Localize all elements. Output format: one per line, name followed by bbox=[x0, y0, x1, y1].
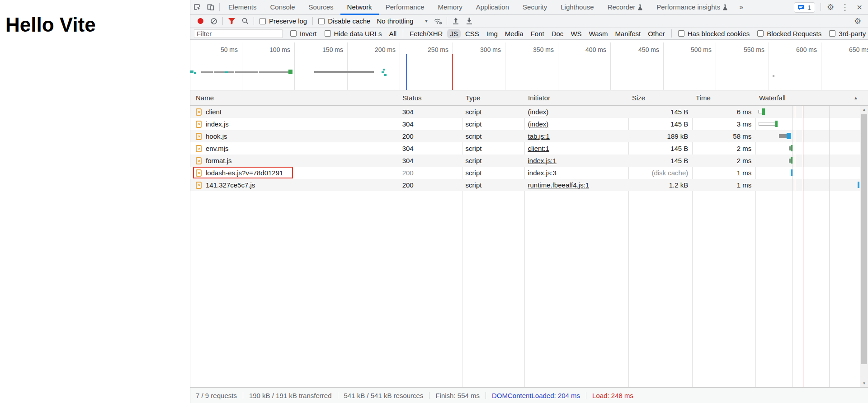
invert-checkbox[interactable] bbox=[290, 30, 297, 37]
tab-console[interactable]: Console bbox=[264, 0, 302, 15]
tab-application[interactable]: Application bbox=[469, 0, 516, 15]
network-status-bar: 7 / 9 requests 190 kB / 191 kB transferr… bbox=[190, 387, 868, 403]
blocked-requests-filter: Blocked Requests bbox=[757, 30, 821, 37]
sort-ascending-icon[interactable]: ▲ bbox=[854, 95, 858, 100]
table-row-141js[interactable]: 141.327ce5c7.js 200 script runtime.fbeea… bbox=[190, 179, 868, 191]
has-blocked-cookies-checkbox[interactable] bbox=[678, 30, 684, 37]
type-filter-css[interactable]: CSS bbox=[462, 29, 482, 38]
request-time: 1 ms bbox=[692, 167, 755, 179]
request-name: lodash-es.js?v=78d01291 bbox=[206, 167, 283, 179]
initiator-link[interactable]: index.js:3 bbox=[528, 169, 557, 177]
type-filter-wasm[interactable]: Wasm bbox=[586, 29, 611, 38]
more-tabs-icon[interactable]: » bbox=[735, 3, 748, 11]
third-party-filter: 3rd-party requests bbox=[829, 30, 868, 37]
scroll-up-icon[interactable]: ▲ bbox=[860, 106, 868, 113]
type-filter-img[interactable]: Img bbox=[484, 29, 500, 38]
tab-recorder[interactable]: Recorder bbox=[601, 0, 650, 15]
table-row-formatjs[interactable]: format.js 304 script index.js:1 145 B 2 … bbox=[190, 155, 868, 167]
kebab-menu-icon[interactable]: ⋮ bbox=[838, 1, 852, 13]
filter-input[interactable] bbox=[194, 29, 283, 38]
column-header-size[interactable]: Size bbox=[628, 94, 692, 102]
table-row-envmjs[interactable]: env.mjs 304 script client:1 145 B 2 ms bbox=[190, 142, 868, 155]
request-status: 304 bbox=[399, 142, 462, 155]
devtools-panel: Elements Console Sources Network Perform… bbox=[190, 0, 868, 403]
clear-icon[interactable] bbox=[207, 15, 221, 27]
column-header-status[interactable]: Status bbox=[399, 94, 462, 102]
toggle-device-toolbar-icon[interactable] bbox=[204, 1, 217, 13]
table-row-lodash-es[interactable]: lodash-es.js?v=78d01291 200 script index… bbox=[190, 167, 868, 179]
tab-performance[interactable]: Performance bbox=[379, 0, 431, 15]
search-icon[interactable] bbox=[238, 15, 252, 27]
initiator-link[interactable]: runtime.fbeeaff4.js:1 bbox=[528, 181, 590, 189]
tab-security[interactable]: Security bbox=[516, 0, 554, 15]
close-icon[interactable]: × bbox=[853, 1, 866, 13]
invert-filter: Invert bbox=[290, 30, 317, 37]
table-row-hookjs[interactable]: hook.js 200 script tab.js:1 189 kB 58 ms bbox=[190, 130, 868, 142]
table-row-indexjs[interactable]: index.js 304 script (index) 145 B 3 ms bbox=[190, 118, 868, 130]
import-har-icon[interactable] bbox=[449, 15, 462, 27]
requests-count: 7 / 9 requests bbox=[196, 392, 237, 399]
tab-sources[interactable]: Sources bbox=[302, 0, 340, 15]
type-filter-ws[interactable]: WS bbox=[568, 29, 584, 38]
blocked-requests-checkbox[interactable] bbox=[757, 30, 764, 37]
settings-gear-icon[interactable]: ⚙ bbox=[824, 1, 837, 13]
type-filter-manifest[interactable]: Manifest bbox=[613, 29, 644, 38]
divider bbox=[219, 3, 220, 11]
transferred-size: 190 kB / 191 kB transferred bbox=[249, 392, 332, 399]
type-filter-media[interactable]: Media bbox=[502, 29, 526, 38]
scroll-down-icon[interactable]: ▼ bbox=[860, 380, 868, 387]
network-overview[interactable]: 50 ms 100 ms 150 ms 200 ms 250 ms 300 ms… bbox=[190, 40, 868, 90]
inspect-element-icon[interactable] bbox=[190, 1, 204, 13]
tab-memory[interactable]: Memory bbox=[431, 0, 469, 15]
tab-elements[interactable]: Elements bbox=[222, 0, 264, 15]
issues-badge[interactable]: 1 bbox=[794, 2, 815, 13]
preserve-log-checkbox[interactable] bbox=[259, 18, 266, 24]
column-header-time[interactable]: Time bbox=[692, 94, 755, 102]
initiator-link[interactable]: client:1 bbox=[528, 145, 550, 152]
record-icon[interactable] bbox=[198, 18, 203, 24]
initiator-link[interactable]: tab.js:1 bbox=[528, 132, 550, 140]
divider bbox=[254, 17, 254, 25]
page-content: Hello Vite bbox=[0, 0, 190, 403]
filter-funnel-icon[interactable] bbox=[225, 15, 238, 27]
type-filter-doc[interactable]: Doc bbox=[549, 29, 566, 38]
initiator-link[interactable]: index.js:1 bbox=[528, 157, 557, 164]
request-time: 1 ms bbox=[692, 179, 755, 191]
type-filter-all[interactable]: All bbox=[386, 29, 399, 38]
tab-network[interactable]: Network bbox=[340, 0, 379, 15]
column-header-name[interactable]: Name bbox=[190, 94, 399, 102]
third-party-checkbox[interactable] bbox=[829, 30, 835, 37]
finish-time: Finish: 554 ms bbox=[435, 392, 480, 399]
vertical-scrollbar[interactable]: ▲ ▼ bbox=[860, 106, 868, 387]
type-filter-js[interactable]: JS bbox=[447, 29, 461, 38]
type-filter-font[interactable]: Font bbox=[528, 29, 547, 38]
request-status: 200 bbox=[399, 130, 462, 142]
script-file-icon bbox=[196, 108, 202, 116]
column-header-waterfall[interactable]: Waterfall bbox=[755, 94, 810, 102]
throttling-select[interactable]: No throttling ▾ bbox=[377, 17, 427, 25]
export-har-icon[interactable] bbox=[462, 15, 476, 27]
hide-data-urls-checkbox[interactable] bbox=[325, 30, 331, 37]
tab-lighthouse[interactable]: Lighthouse bbox=[554, 0, 600, 15]
disable-cache-checkbox[interactable] bbox=[318, 18, 325, 24]
request-size: 145 B bbox=[628, 106, 692, 118]
request-size: 189 kB bbox=[628, 130, 692, 142]
resources-size: 541 kB / 541 kB resources bbox=[344, 392, 424, 399]
network-conditions-icon[interactable] bbox=[431, 15, 445, 27]
initiator-link[interactable]: (index) bbox=[528, 120, 549, 128]
load-time: Load: 248 ms bbox=[592, 392, 633, 399]
column-header-type[interactable]: Type bbox=[462, 94, 524, 102]
column-header-initiator[interactable]: Initiator bbox=[524, 94, 628, 102]
type-filter-fetch-xhr[interactable]: Fetch/XHR bbox=[407, 29, 445, 38]
network-settings-gear-icon[interactable]: ⚙ bbox=[851, 15, 864, 27]
scrollbar-thumb[interactable] bbox=[861, 114, 867, 364]
request-size: (disk cache) bbox=[628, 167, 692, 179]
initiator-link[interactable]: (index) bbox=[528, 108, 549, 116]
ruler-tick: 550 ms bbox=[731, 46, 767, 53]
preserve-log-label: Preserve log bbox=[269, 17, 307, 25]
type-filter-other[interactable]: Other bbox=[645, 29, 668, 38]
invert-label: Invert bbox=[300, 30, 317, 37]
tab-performance-insights[interactable]: Performance insights bbox=[650, 0, 735, 15]
table-row-client[interactable]: client 304 script (index) 145 B 6 ms bbox=[190, 106, 868, 118]
experiment-flask-icon bbox=[637, 4, 643, 10]
